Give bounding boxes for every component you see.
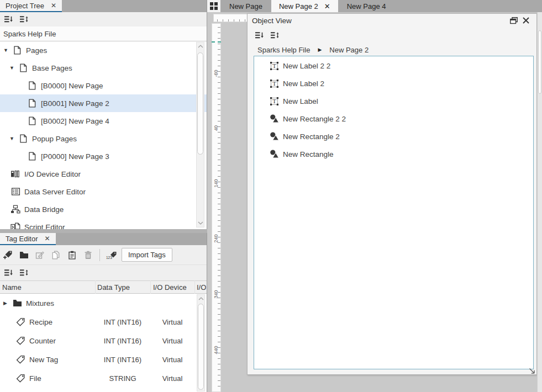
add-folder-button[interactable] <box>18 249 30 261</box>
column-header-iodevice[interactable]: I/O Device <box>153 283 187 292</box>
close-icon[interactable] <box>520 14 532 27</box>
project-tree: ▼Pages▼Base Pages[B0000] New Page[B0001]… <box>0 41 207 229</box>
expand-all-button[interactable] <box>18 13 30 25</box>
expander-right-icon[interactable]: ▶ <box>3 300 12 306</box>
tree-item[interactable]: I/O Device Editor <box>0 165 207 183</box>
tag-iodevice: Virtual <box>150 318 194 326</box>
tree-item-label: [B0002] New Page 4 <box>41 117 109 125</box>
object-view-titlebar[interactable]: Object View <box>248 14 536 27</box>
document-tab[interactable]: New Page 2✕ <box>271 0 338 12</box>
expander-down-icon[interactable]: ▼ <box>9 65 18 71</box>
scrollbar-thumb[interactable] <box>198 304 204 390</box>
object-item[interactable]: TNew Label <box>254 92 533 110</box>
tag-row[interactable]: New TagINT (INT16)Virtual <box>0 350 207 369</box>
page-icon <box>27 116 38 125</box>
close-tab-icon[interactable]: ✕ <box>51 2 56 9</box>
tab-tag-editor[interactable]: Tag Editor ✕ <box>0 233 56 245</box>
project-tree-tabbar: Project Tree ✕ <box>0 0 207 12</box>
column-header-io[interactable]: I/O <box>197 283 206 292</box>
document-tab[interactable]: New Page 4 <box>339 0 394 12</box>
page-icon <box>18 63 29 72</box>
tag-row[interactable]: ▶Mixtures <box>0 294 207 312</box>
collapse-all-button[interactable] <box>253 29 265 41</box>
restore-window-icon[interactable] <box>508 14 520 27</box>
document-tab[interactable]: New Page <box>222 0 270 12</box>
scrollbar-thumb[interactable] <box>538 30 541 94</box>
resize-grip-icon[interactable] <box>528 367 536 375</box>
object-item[interactable]: New Rectangle <box>254 145 533 163</box>
copy-button[interactable] <box>50 249 62 261</box>
ruler-number: 440 <box>213 345 219 355</box>
collapse-all-button[interactable] <box>2 13 14 25</box>
column-header-datatype[interactable]: Data Type <box>97 283 130 292</box>
breadcrumb-page[interactable]: New Page 2 <box>329 46 369 54</box>
tag-icon <box>15 355 26 364</box>
tag-table-header: Name Data Type I/O Device I/O <box>0 280 207 294</box>
tree-item[interactable]: [B0001] New Page 2 <box>0 94 207 112</box>
tag-iodevice: Virtual <box>150 356 194 364</box>
expand-all-button[interactable] <box>18 267 30 279</box>
document-tab-label: New Page 2 <box>279 2 318 10</box>
tag-row[interactable]: FileSTRINGVirtual <box>0 369 207 388</box>
breadcrumb-arrow-icon: ▶ <box>318 47 322 52</box>
tag-row[interactable]: CounterINT (INT16)Virtual <box>0 331 207 350</box>
object-item[interactable]: TNew Label 2 <box>254 75 533 92</box>
document-tabbar: New PageNew Page 2✕New Page 4 <box>207 0 542 12</box>
edit-tag-button[interactable] <box>34 249 46 261</box>
tree-item[interactable]: Data Bridge <box>0 200 207 218</box>
tag-iodevice: Virtual <box>150 337 194 345</box>
expander-down-icon[interactable]: ▼ <box>3 47 12 53</box>
tab-project-tree[interactable]: Project Tree ✕ <box>0 0 62 12</box>
tree-item-label: Popup Pages <box>32 135 77 143</box>
project-tree-scrollbar[interactable] <box>196 42 204 227</box>
object-item-label: New Rectangle <box>283 150 334 158</box>
tree-item[interactable]: ▼Pages <box>0 41 207 59</box>
column-header-name[interactable]: Name <box>2 283 22 292</box>
close-tab-icon[interactable]: ✕ <box>324 2 330 10</box>
tag-editor-sortrow <box>0 265 207 280</box>
tree-item[interactable]: ▼Popup Pages <box>0 130 207 147</box>
expander-down-icon[interactable]: ▼ <box>9 136 18 141</box>
scroll-down-icon[interactable] <box>197 220 204 226</box>
import-tags-button[interactable]: Import Tags <box>122 248 172 262</box>
tree-item[interactable]: [P0000] New Page 3 <box>0 147 207 165</box>
add-tag-button[interactable] <box>2 249 14 261</box>
object-item-label: New Label <box>283 97 318 105</box>
tree-item[interactable]: Script Editor <box>0 218 207 229</box>
object-item[interactable]: TNew Label 2 2 <box>254 57 533 75</box>
project-tree-panel: Project Tree ✕ Sparks Help File ▼Pages▼B… <box>0 0 207 229</box>
close-tab-icon[interactable]: ✕ <box>45 235 50 242</box>
tree-item[interactable]: [B0002] New Page 4 <box>0 112 207 130</box>
object-item-label: New Rectangle 2 2 <box>283 115 346 123</box>
object-item-label: New Label 2 2 <box>283 62 330 70</box>
tag-iodevice: Virtual <box>150 374 194 383</box>
panel-splitter[interactable] <box>0 229 207 233</box>
tree-item[interactable]: [B0000] New Page <box>0 77 207 94</box>
paste-button[interactable] <box>66 249 78 261</box>
object-item[interactable]: New Rectangle 2 2 <box>254 110 533 128</box>
tree-item-label: Data Server Editor <box>24 188 86 196</box>
tree-item[interactable]: Data Server Editor <box>0 183 207 200</box>
tag-row[interactable]: RecipeINT (INT16)Virtual <box>0 312 207 331</box>
collapse-all-button[interactable] <box>2 267 14 279</box>
breadcrumb-root[interactable]: Sparks Help File <box>257 46 310 54</box>
expand-all-button[interactable] <box>269 29 281 41</box>
ruler-number: 240 <box>213 234 219 243</box>
delete-button[interactable] <box>82 249 94 261</box>
folder-icon <box>12 299 23 307</box>
tag-name: File <box>29 374 41 383</box>
tag-editor-panel: Tag Editor ✕ 123 Import Tags Name Data T… <box>0 233 207 392</box>
scrollbar-thumb[interactable] <box>197 52 203 155</box>
tree-item[interactable]: ▼Base Pages <box>0 59 207 77</box>
shape-icon <box>270 114 279 123</box>
scroll-up-icon[interactable] <box>197 43 204 50</box>
canvas-scrollbar[interactable] <box>537 12 542 392</box>
tag-table-scrollbar[interactable] <box>197 294 205 391</box>
object-item[interactable]: New Rectangle 2 <box>254 128 533 145</box>
tag-table-body: ▶MixturesRecipeINT (INT16)VirtualCounter… <box>0 294 207 392</box>
numbered-tags-button[interactable]: 123 <box>106 249 118 261</box>
scroll-up-icon[interactable] <box>197 295 204 302</box>
pages-overview-button[interactable] <box>207 0 220 12</box>
page-icon <box>27 152 38 161</box>
page-icon <box>27 99 38 108</box>
